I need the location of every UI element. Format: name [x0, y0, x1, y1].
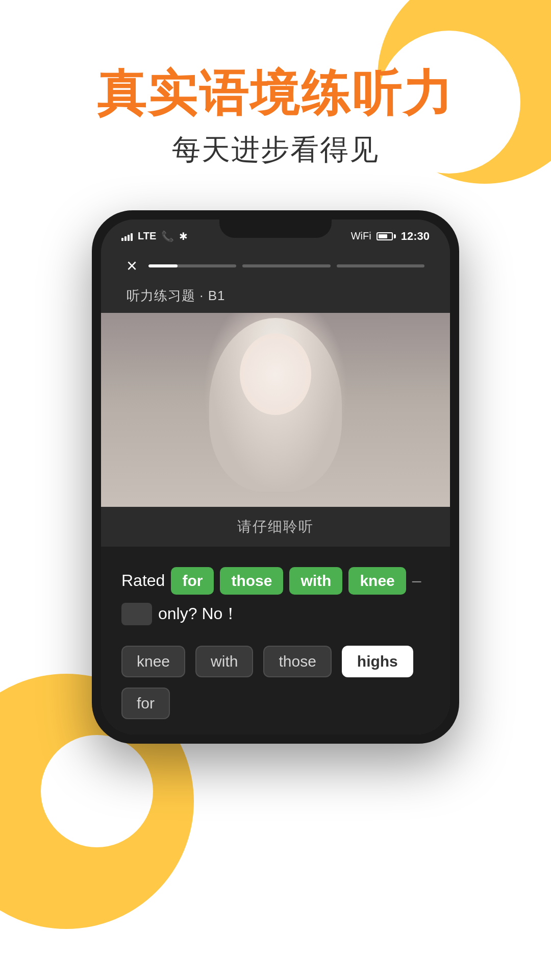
- signal-icon: [121, 232, 133, 241]
- progress-bar-1: [148, 264, 236, 267]
- sub-title: 每天进步看得见: [172, 131, 379, 169]
- word-chip-with[interactable]: with: [289, 567, 342, 595]
- sentence-static-rated: Rated: [121, 571, 165, 590]
- progress-bar-3: [337, 264, 424, 267]
- status-left: LTE 📞 ✱: [121, 230, 188, 242]
- option-knee[interactable]: knee: [121, 646, 185, 677]
- progress-area: ×: [101, 250, 450, 282]
- status-right: WiFi 12:30: [351, 230, 430, 243]
- sentence-line-1: Rated for those with knee –: [121, 567, 430, 595]
- phone-mockup: LTE 📞 ✱ WiFi: [92, 210, 459, 744]
- signal-bar-3: [128, 235, 130, 241]
- video-label: 听力练习题 · B1: [101, 282, 450, 313]
- option-for[interactable]: for: [121, 688, 170, 719]
- phone-screen: LTE 📞 ✱ WiFi: [101, 219, 450, 734]
- word-chip-knee[interactable]: knee: [348, 567, 406, 595]
- word-chip-for[interactable]: for: [171, 567, 214, 595]
- word-chip-those[interactable]: those: [220, 567, 283, 595]
- sentence-line-2: only? No！: [121, 603, 430, 625]
- close-button[interactable]: ×: [127, 255, 137, 277]
- signal-bar-1: [121, 238, 123, 241]
- phone-notch: [219, 219, 332, 238]
- sentence-static-only: only? No！: [158, 603, 239, 625]
- word-options: knee with those highs for: [121, 646, 430, 719]
- status-time: 12:30: [401, 230, 430, 243]
- battery-icon: [377, 232, 396, 240]
- word-blank-slot[interactable]: [121, 603, 152, 625]
- progress-bar-fill: [148, 264, 178, 267]
- signal-bar-4: [131, 233, 133, 241]
- phone-frame: LTE 📞 ✱ WiFi: [92, 210, 459, 744]
- word-fill-panel: Rated for those with knee – only? No！: [101, 547, 450, 734]
- call-icon: 📞: [161, 230, 174, 242]
- option-highs[interactable]: highs: [342, 646, 413, 677]
- figure-face: [240, 333, 311, 415]
- wifi-icon: WiFi: [351, 230, 371, 242]
- option-those[interactable]: those: [263, 646, 331, 677]
- bg-decoration-inner-bottom-left: [41, 735, 153, 847]
- lte-label: LTE: [138, 230, 156, 242]
- bluetooth-icon: ✱: [179, 230, 188, 242]
- signal-bar-2: [124, 236, 127, 241]
- main-title: 真实语境练听力: [97, 66, 454, 120]
- dash-separator: –: [412, 571, 421, 590]
- listen-prompt: 请仔细聆听: [101, 507, 450, 547]
- option-with[interactable]: with: [195, 646, 253, 677]
- progress-bar-2: [242, 264, 330, 267]
- video-thumbnail: [101, 313, 450, 507]
